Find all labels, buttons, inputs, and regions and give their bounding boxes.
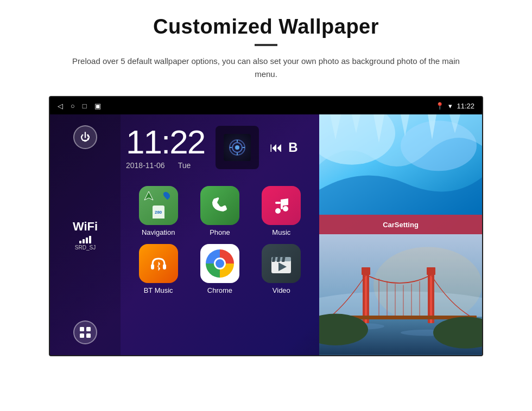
clock-date: 2018-11-06 Tue <box>126 161 205 170</box>
b-label: B <box>288 140 297 155</box>
status-time: 11:22 <box>457 102 474 110</box>
video-icon <box>262 244 301 283</box>
bt-svg-icon <box>148 253 169 274</box>
status-left: ◁ ○ □ ▣ <box>58 102 101 110</box>
car-setting-bar[interactable]: CarSetting <box>319 215 482 234</box>
chrome-ring <box>206 249 234 278</box>
ice-cave-svg <box>319 114 482 215</box>
bridge-scene <box>319 234 482 355</box>
app-chrome[interactable]: Chrome <box>193 244 246 294</box>
app-video[interactable]: Video <box>255 244 308 294</box>
music-label: Music <box>272 228 290 236</box>
recents-icon[interactable]: □ <box>83 102 87 110</box>
wifi-widget: WiFi SRD_SJ <box>73 220 98 251</box>
svg-rect-16 <box>151 264 154 269</box>
svg-marker-15 <box>281 198 288 206</box>
phone-label: Phone <box>210 228 230 236</box>
apps-button[interactable] <box>73 320 97 344</box>
app-music[interactable]: Music <box>255 186 308 236</box>
bt-music-label: BT Music <box>144 286 173 294</box>
prev-track-icon[interactable]: ⏮ <box>270 140 283 155</box>
center-content: 11:22 2018-11-06 Tue <box>121 114 319 355</box>
bt-music-icon <box>139 244 178 283</box>
svg-point-12 <box>283 206 288 211</box>
wifi-bar-3 <box>86 237 88 243</box>
svg-rect-17 <box>163 264 166 269</box>
svg-point-11 <box>275 208 281 214</box>
app-phone[interactable]: Phone <box>193 186 246 236</box>
right-panel: CarSetting <box>319 114 482 355</box>
clock-day-value: Tue <box>178 161 191 170</box>
page-title: Customized Wallpaper <box>153 15 379 38</box>
music-signal-icon <box>227 138 247 157</box>
music-svg-icon <box>271 195 292 216</box>
phone-svg-icon <box>210 195 230 216</box>
bridge-svg <box>319 234 482 355</box>
nav-number: 280 <box>155 210 162 215</box>
video-label: Video <box>273 286 290 294</box>
nav-road: 280 <box>153 206 164 219</box>
sidebar: ⏻ WiFi SRD_SJ <box>50 114 121 355</box>
media-controls: ⏮ B <box>270 140 297 155</box>
navigation-label: Navigation <box>142 228 175 236</box>
music-icon-inner <box>224 134 251 161</box>
wallpaper-bottom[interactable] <box>319 234 482 355</box>
clock-section: 11:22 2018-11-06 Tue <box>126 120 314 175</box>
clock-display: 11:22 2018-11-06 Tue <box>126 125 205 170</box>
power-button[interactable]: ⏻ <box>73 125 97 149</box>
phone-icon <box>200 186 239 225</box>
chrome-icon <box>200 244 239 283</box>
apps-grid-icon <box>79 326 91 338</box>
svg-rect-1 <box>86 327 91 331</box>
svg-rect-2 <box>80 333 84 338</box>
app-navigation[interactable]: 280 Navigation <box>131 186 185 236</box>
svg-rect-43 <box>362 267 370 275</box>
screenshot-icon[interactable]: ▣ <box>94 102 101 110</box>
car-setting-label: CarSetting <box>383 221 419 229</box>
music-icon <box>262 186 301 225</box>
status-bar: ◁ ○ □ ▣ 📍 ▾ 11:22 <box>50 97 482 114</box>
app-bt-music[interactable]: BT Music <box>131 244 185 294</box>
wifi-icon: ▾ <box>448 102 452 110</box>
nav-arrow-icon <box>143 190 154 201</box>
wifi-ssid: SRD_SJ <box>75 245 96 251</box>
wifi-bars <box>79 235 91 243</box>
nav-pin <box>162 191 171 200</box>
wifi-bar-4 <box>89 236 91 243</box>
wifi-label: WiFi <box>73 220 98 234</box>
wifi-bar-2 <box>83 239 85 243</box>
location-icon: 📍 <box>435 102 444 110</box>
app-grid: 280 Navigation <box>126 186 314 294</box>
chrome-center <box>214 258 226 269</box>
clock-time: 11:22 <box>126 125 205 159</box>
home-icon[interactable]: ○ <box>71 102 75 110</box>
wallpaper-top[interactable] <box>319 114 482 215</box>
screen-body: ⏻ WiFi SRD_SJ <box>50 114 482 355</box>
music-widget[interactable] <box>216 126 259 169</box>
title-divider <box>255 44 277 46</box>
wallpaper-ice <box>319 114 482 215</box>
wifi-bar-1 <box>79 241 81 243</box>
back-icon[interactable]: ◁ <box>58 102 63 110</box>
svg-rect-14 <box>275 202 281 204</box>
status-right: 📍 ▾ 11:22 <box>435 102 474 110</box>
video-svg-icon <box>269 253 293 274</box>
chrome-label: Chrome <box>207 286 232 294</box>
svg-rect-0 <box>80 327 84 331</box>
svg-rect-44 <box>427 267 435 275</box>
svg-rect-3 <box>86 333 91 338</box>
clock-date-value: 2018-11-06 <box>126 161 165 170</box>
svg-point-6 <box>235 145 239 150</box>
page-subtitle: Preload over 5 default wallpaper options… <box>71 55 461 81</box>
navigation-icon: 280 <box>139 186 178 225</box>
device-frame: ◁ ○ □ ▣ 📍 ▾ 11:22 ⏻ WiFi <box>49 96 483 356</box>
page-container: Customized Wallpaper Preload over 5 defa… <box>0 0 532 411</box>
